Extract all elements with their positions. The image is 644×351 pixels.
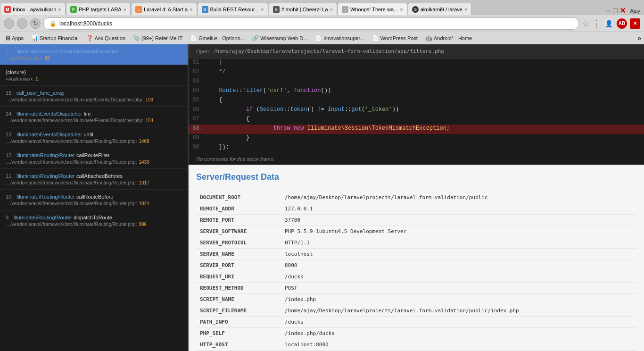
frame-num-9: 9. (6, 215, 10, 220)
tab-github[interactable]: G akulkarni9 / larave × (408, 3, 472, 15)
stack-frame-11[interactable]: 11. Illuminate\Routing\Router callAttach… (0, 169, 188, 190)
bookmark-gmelius[interactable]: 📄 Gmelius - Options... (187, 34, 247, 42)
bookmark-apps[interactable]: ⊞ Apps (3, 34, 26, 42)
code-line-81: 81. | (189, 58, 644, 68)
frame-file-9: …/vendor/laravel/framework/src/Illuminat… (6, 222, 137, 227)
tab-label-php: PHP targets LARA (79, 7, 122, 12)
frame-class-15: call_user_func_array (17, 90, 65, 96)
frame-method-10: callRouteBefore (76, 194, 113, 200)
back-button[interactable]: ← (4, 18, 14, 29)
stack-frame-10[interactable]: 10. Illuminate\Routing\Router callRouteB… (0, 190, 188, 210)
bookmark-ask[interactable]: ❓ Ask Question (83, 34, 128, 42)
tab-label-gmail: Inbox - ajaykulkarn (13, 7, 56, 12)
tab-rest[interactable]: B Build REST Resour... × (198, 3, 268, 15)
minimize-button[interactable]: ─ (606, 7, 611, 15)
server-key: REQUEST_URI (196, 271, 281, 283)
apps-icon: ⊞ (6, 35, 10, 42)
bookmark-refer[interactable]: 📎 (99+) Refer Me IT (130, 34, 185, 42)
tab-close-github[interactable]: × (464, 7, 467, 12)
refer-icon: 📎 (133, 35, 140, 42)
close-button[interactable]: ✕ (619, 6, 626, 15)
bookmark-android[interactable]: 🤖 Android* - Home (422, 34, 475, 42)
bookmark-star-icon[interactable]: ☆ (582, 18, 589, 29)
server-row: SERVER_PORT8000 (196, 260, 636, 271)
server-value: 8000 (281, 260, 636, 271)
frame-num-14: 14. (6, 111, 13, 117)
bookmark-gmelius-label: Gmelius - Options... (198, 35, 244, 41)
bookmark-startup[interactable]: 📊 Startup Financial (28, 34, 82, 42)
code-line-88: 88. throw new Illuminate\Session\TokenMi… (189, 125, 644, 134)
reload-button[interactable]: ↻ (30, 18, 41, 29)
server-key: SCRIPT_FILENAME (196, 305, 281, 317)
frame-file-15: …/vendor/laravel/framework/src/Illuminat… (6, 97, 143, 102)
tab-php[interactable]: P PHP targets LARA × (66, 3, 131, 15)
bookmarks-more-button[interactable]: » (637, 34, 641, 42)
tab-favicon-php: P (70, 6, 77, 13)
tab-label-rest: Build REST Resour... (210, 7, 259, 12)
server-row: SERVER_PROTOCOLHTTP/1.1 (196, 237, 636, 249)
server-value: /index.php (281, 294, 636, 305)
stack-frame-9[interactable]: 9. Illuminate\Routing\Router dispatchToR… (0, 210, 188, 231)
frame-sub-closure: <#unknown>: (6, 76, 34, 82)
stack-frame-closure[interactable]: {closure} <#unknown>: 0 (0, 65, 188, 86)
bookmark-startup-label: Startup Financial (40, 35, 79, 41)
server-value: HTTP/1.1 (281, 237, 636, 249)
adblock-icon[interactable]: AB (617, 18, 627, 29)
ask-icon: ❓ (86, 35, 93, 42)
tab-close-php[interactable]: × (124, 7, 126, 12)
frame-line-13: 1468 (139, 139, 149, 144)
android-icon: 🤖 (425, 35, 432, 42)
frame-num-10: 10. (6, 194, 13, 200)
frame-class-17: Illuminate\Session\TokenMismatchExceptio… (17, 49, 119, 54)
server-key: REQUEST_METHOD (196, 283, 281, 294)
code-line-89: 89. } (189, 134, 644, 143)
bookmark-wordpress-label: WordPress Post (380, 35, 418, 41)
tab-close-whoops[interactable]: × (400, 7, 403, 12)
code-line-87: 87. { (189, 115, 644, 125)
tab-label-mohit: # mohit | Cheerz! La (281, 7, 328, 12)
tab-close-laravel4[interactable]: × (190, 7, 192, 12)
tab-close-rest[interactable]: × (261, 7, 264, 12)
bookmark-innovation[interactable]: 📄 innovationsuper... (312, 34, 367, 42)
server-key: SCRIPT_NAME (196, 294, 281, 305)
frame-file-12: …/vendor/laravel/framework/src/Illuminat… (6, 159, 137, 165)
server-value: /home/ajay/Desktop/laravelprojects/larav… (281, 192, 636, 203)
server-table: DOCUMENT_ROOT/home/ajay/Desktop/laravelp… (196, 192, 636, 351)
stack-frame-17[interactable]: 17. Illuminate\Session\TokenMismatchExce… (0, 44, 188, 65)
chrome-person-icon[interactable]: 👤 (603, 18, 614, 29)
frame-line-12: 1430 (139, 159, 149, 165)
startup-icon: 📊 (31, 35, 38, 42)
frame-method-11: callAttachedBefores (76, 173, 123, 179)
bookmark-refer-label: (99+) Refer Me IT (141, 35, 182, 41)
stack-frame-14[interactable]: 14. Illuminate\Events\Dispatcher fire …/… (0, 107, 188, 127)
tab-laravel4[interactable]: L Laravel 4: A Start a × (131, 3, 197, 15)
tab-gmail[interactable]: M Inbox - ajaykulkarn × (0, 3, 66, 15)
tab-close-mohit[interactable]: × (330, 7, 333, 12)
stack-frame-13[interactable]: 13. Illuminate\Events\Dispatcher until …… (0, 127, 188, 148)
forward-button[interactable]: → (17, 18, 27, 29)
chrome-menu-icon[interactable]: ⋮ (592, 18, 601, 29)
tab-whoops[interactable]: ! Whoops! There wa... × (338, 3, 407, 15)
address-bar[interactable]: 🔒 localhost:8000/ducks (43, 17, 579, 30)
extension-icon[interactable]: ✕ (630, 18, 640, 29)
right-panel: Open: /home/ajay/Desktop/laravelprojects… (189, 44, 644, 351)
bookmark-ask-label: Ask Question (95, 35, 125, 41)
tab-mohit[interactable]: # # mohit | Cheerz! La × (269, 3, 337, 15)
server-row: DOCUMENT_ROOT/home/ajay/Desktop/laravelp… (196, 192, 636, 203)
frame-class-10: Illuminate\Routing\Router (17, 194, 75, 200)
maximize-button[interactable]: □ (613, 7, 618, 15)
bookmark-wisestamp[interactable]: 🔗 Wisestamp Web D... (249, 34, 310, 42)
stack-frame-12[interactable]: 12. Illuminate\Routing\Router callRouteF… (0, 148, 188, 169)
server-value: /ducks (281, 271, 636, 283)
stack-panel[interactable]: 17. Illuminate\Session\TokenMismatchExce… (0, 44, 189, 351)
frame-file-11: …/vendor/laravel/framework/src/Illuminat… (6, 180, 137, 185)
frame-subline-closure: 0 (36, 76, 39, 82)
server-key: PHP_SELF (196, 328, 281, 339)
tab-close-gmail[interactable]: × (58, 7, 61, 12)
stack-frame-15[interactable]: 15. call_user_func_array …/vendor/larave… (0, 86, 188, 107)
server-key: SERVER_SOFTWARE (196, 226, 281, 237)
tab-favicon-github: G (412, 6, 419, 13)
server-value: /index.php/ducks (281, 328, 636, 339)
server-section: Server/Request Data DOCUMENT_ROOT/home/a… (189, 165, 644, 351)
bookmark-wordpress[interactable]: 📄 WordPress Post (369, 34, 421, 42)
